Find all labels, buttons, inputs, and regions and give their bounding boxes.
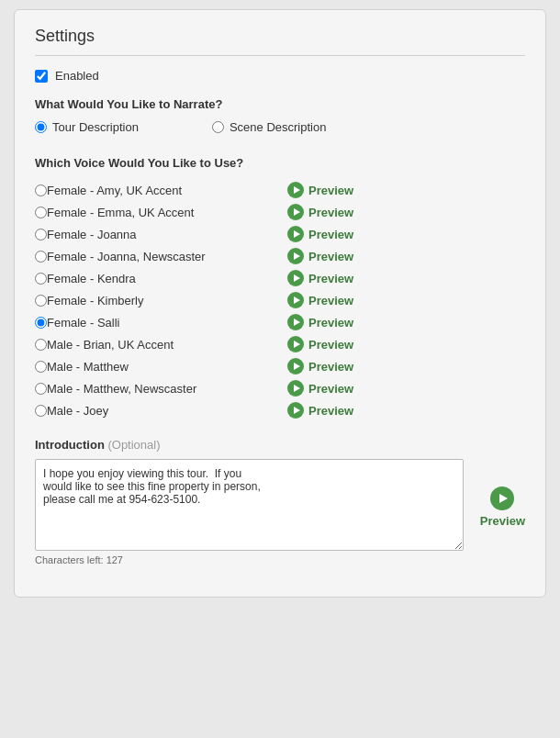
table-row: Female - Amy, UK Accent Preview [35,179,525,201]
voice-radio-joanna-news[interactable] [35,251,47,263]
voice-col-left: Female - Emma, UK Accent [35,206,280,219]
play-icon-joanna [287,226,304,242]
narrate-tour-row: Tour Description [35,120,139,134]
voice-col-left: Female - Kimberly [35,294,280,308]
voice-preview-brian: Preview [280,336,353,352]
intro-section: Introduction (Optional) I hope you enjoy… [35,438,525,565]
table-row: Male - Matthew, Newscaster Preview [35,377,525,399]
preview-button-joanna-news[interactable]: Preview [287,248,353,264]
preview-label-joanna: Preview [308,228,353,241]
voice-radio-salli[interactable] [35,317,47,329]
play-icon-joanna-news [287,248,304,264]
intro-title-text: Introduction [35,438,105,452]
voice-radio-kendra[interactable] [35,273,47,285]
table-row: Female - Kendra Preview [35,267,525,289]
play-icon-kendra [287,270,304,286]
play-icon-amy [287,182,304,198]
enabled-checkbox[interactable] [35,70,48,83]
preview-label-amy: Preview [308,184,353,197]
narrate-section: What Would You Like to Narrate? Tour Des… [35,97,525,140]
voice-label-joey[interactable]: Male - Joey [47,404,280,418]
intro-bottom: I hope you enjoy viewing this tour. If y… [35,459,525,551]
play-icon-emma [287,204,304,220]
preview-label-emma: Preview [308,206,353,219]
preview-button-kimberly[interactable]: Preview [287,292,353,308]
intro-preview-area: Preview [473,459,525,528]
voice-radio-brian[interactable] [35,339,47,351]
table-row: Female - Joanna Preview [35,223,525,245]
voice-label-kendra[interactable]: Female - Kendra [47,272,280,285]
preview-button-emma[interactable]: Preview [287,204,353,220]
voice-preview-joanna-news: Preview [280,248,353,264]
voice-radio-emma[interactable] [35,207,47,218]
narrate-options: Tour Description Scene Description [35,120,525,140]
voice-col-left: Female - Amy, UK Accent [35,184,280,197]
narrate-tour-radio[interactable] [35,121,47,133]
voice-preview-joey: Preview [280,402,353,419]
voice-preview-matthew-news: Preview [280,380,353,397]
voice-radio-kimberly[interactable] [35,295,47,307]
narrate-scene-radio[interactable] [212,121,224,133]
voice-col-left: Female - Joanna, Newscaster [35,250,280,263]
voice-radio-amy[interactable] [35,184,47,196]
voice-radio-joey[interactable] [35,405,47,417]
voice-section: Which Voice Would You Like to Use? Femal… [35,156,525,421]
voice-radio-joanna[interactable] [35,229,47,240]
intro-preview-label: Preview [480,514,525,528]
play-icon-matthew [287,358,304,375]
voice-radio-matthew-news[interactable] [35,383,47,395]
play-icon-joey [287,402,304,419]
voice-label-amy[interactable]: Female - Amy, UK Accent [47,184,280,197]
voice-section-title: Which Voice Would You Like to Use? [35,156,525,170]
voice-preview-amy: Preview [280,182,353,198]
chars-left-label: Characters left: 127 [35,554,525,565]
preview-button-joanna[interactable]: Preview [287,226,353,242]
table-row: Male - Brian, UK Accent Preview [35,333,525,355]
voice-label-joanna-news[interactable]: Female - Joanna, Newscaster [47,250,280,263]
voice-label-kimberly[interactable]: Female - Kimberly [47,294,280,308]
voice-preview-matthew: Preview [280,358,353,375]
voice-col-left: Female - Joanna [35,228,280,241]
enabled-row: Enabled [35,69,525,83]
voice-col-left: Female - Kendra [35,272,280,285]
table-row: Female - Emma, UK Accent Preview [35,201,525,223]
intro-preview-button[interactable]: Preview [480,486,525,528]
play-icon-brian [287,336,304,352]
voice-grid: Female - Amy, UK Accent Preview Female -… [35,179,525,421]
settings-panel: Settings Enabled What Would You Like to … [14,9,546,598]
preview-button-brian[interactable]: Preview [287,336,353,352]
preview-button-matthew[interactable]: Preview [287,358,353,375]
table-row: Female - Kimberly Preview [35,289,525,311]
voice-col-left: Male - Brian, UK Accent [35,338,280,352]
preview-button-joey[interactable]: Preview [287,402,353,419]
voice-label-salli[interactable]: Female - Salli [47,316,280,330]
voice-label-emma[interactable]: Female - Emma, UK Accent [47,206,280,219]
preview-label-matthew-news: Preview [308,382,353,396]
preview-label-kimberly: Preview [308,294,353,308]
narrate-tour-label[interactable]: Tour Description [52,120,139,134]
narrate-scene-label[interactable]: Scene Description [230,120,327,134]
voice-label-joanna[interactable]: Female - Joanna [47,228,280,241]
preview-button-matthew-news[interactable]: Preview [287,380,353,397]
voice-preview-kimberly: Preview [280,292,353,308]
panel-title: Settings [35,27,525,56]
voice-label-matthew[interactable]: Male - Matthew [47,360,280,374]
voice-col-left: Male - Joey [35,404,280,418]
table-row: Male - Matthew Preview [35,355,525,377]
preview-label-kendra: Preview [308,272,353,285]
enabled-label[interactable]: Enabled [55,69,99,83]
preview-label-salli: Preview [308,316,353,330]
intro-textarea[interactable]: I hope you enjoy viewing this tour. If y… [35,459,464,551]
voice-label-brian[interactable]: Male - Brian, UK Accent [47,338,280,352]
table-row: Female - Salli Preview [35,311,525,333]
preview-button-amy[interactable]: Preview [287,182,353,198]
preview-button-salli[interactable]: Preview [287,314,353,330]
table-row: Male - Joey Preview [35,399,525,421]
voice-label-matthew-news[interactable]: Male - Matthew, Newscaster [47,382,280,396]
voice-col-left: Male - Matthew [35,360,280,374]
voice-preview-emma: Preview [280,204,353,220]
voice-radio-matthew[interactable] [35,361,47,373]
preview-label-matthew: Preview [308,360,353,374]
preview-button-kendra[interactable]: Preview [287,270,353,286]
play-icon-matthew-news [287,380,304,397]
